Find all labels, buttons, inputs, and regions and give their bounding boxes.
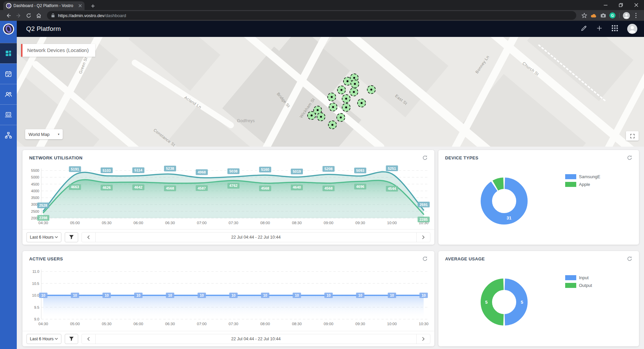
map-fullscreen-button[interactable]	[626, 131, 639, 141]
svg-text:4696: 4696	[356, 185, 364, 189]
filter-funnel-icon	[69, 337, 74, 341]
edit-pencil-icon[interactable]	[581, 25, 587, 33]
svg-text:4568: 4568	[261, 186, 269, 190]
window-close-button[interactable]	[629, 0, 644, 10]
svg-text:06:00: 06:00	[133, 322, 143, 326]
device-marker[interactable]	[351, 80, 359, 88]
user-avatar[interactable]	[627, 24, 637, 34]
time-range-select[interactable]: Last 6 Hours	[26, 334, 61, 344]
device-marker[interactable]	[327, 93, 336, 101]
sitemap-icon	[4, 132, 12, 139]
camera-extension-icon[interactable]	[598, 11, 608, 20]
device-marker[interactable]	[317, 112, 325, 121]
grammarly-extension-icon[interactable]: G	[608, 11, 617, 20]
filter-button[interactable]	[65, 334, 78, 344]
sidebar-item-dashboard[interactable]	[0, 43, 17, 63]
svg-text:2285: 2285	[420, 217, 428, 221]
bookmark-star-icon[interactable]	[580, 11, 589, 20]
svg-text:06:00: 06:00	[133, 221, 143, 225]
window-controls	[598, 0, 644, 10]
svg-text:4626: 4626	[103, 186, 111, 190]
refresh-button[interactable]	[422, 154, 428, 161]
prev-range-button[interactable]	[82, 233, 96, 242]
new-tab-button[interactable]	[89, 2, 97, 10]
next-range-button[interactable]	[416, 334, 430, 344]
svg-text:3500: 3500	[31, 196, 39, 200]
svg-text:05:30: 05:30	[102, 221, 112, 225]
apps-grid-icon[interactable]	[612, 25, 618, 33]
browser-tab[interactable]: Dashboard - Q2 Platform - Vostro	[3, 1, 85, 10]
map[interactable]: Green StAcland LnBridge StWickham StEast…	[17, 37, 644, 147]
map-block	[527, 37, 633, 101]
window-minimize-button[interactable]	[598, 0, 613, 10]
viewport: Dashboard - Q2 Platform - Vostro	[0, 0, 644, 349]
device-marker[interactable]	[350, 88, 358, 96]
device-marker[interactable]	[307, 111, 316, 120]
active-users-chart[interactable]: 9.09.510.010.511.004:3005:0005:3006:0006…	[26, 263, 431, 329]
back-button[interactable]	[3, 11, 13, 20]
svg-text:10: 10	[263, 293, 267, 297]
sidebar-item-tasks[interactable]	[0, 63, 17, 84]
device-types-donut[interactable]: 31	[438, 150, 639, 245]
window-restore-button[interactable]	[613, 0, 629, 10]
legend-swatch	[565, 275, 576, 280]
svg-text:08:00: 08:00	[260, 221, 270, 225]
legend-swatch	[565, 174, 576, 179]
forward-button[interactable]	[13, 11, 23, 20]
legend-item: Apple	[565, 182, 600, 187]
sidebar-item-devices[interactable]	[0, 104, 17, 125]
svg-text:5238: 5238	[166, 166, 174, 170]
svg-text:07:00: 07:00	[197, 221, 207, 225]
date-nav: 22 Jul 04:44 - 22 Jul 10:44	[82, 334, 430, 344]
browser-profile-avatar[interactable]	[623, 12, 630, 19]
svg-text:06:30: 06:30	[165, 322, 175, 326]
tab-close-icon[interactable]	[78, 3, 82, 9]
device-marker[interactable]	[357, 99, 366, 107]
svg-text:2591: 2591	[420, 203, 428, 207]
legend-label: Apple	[579, 182, 590, 187]
device-marker[interactable]	[342, 94, 351, 103]
device-marker[interactable]	[367, 85, 376, 94]
reload-button[interactable]	[23, 11, 34, 20]
chevron-left-icon	[87, 235, 90, 239]
network-utilisation-chart[interactable]: 2000250030003500400045005000550004:3005:…	[26, 162, 431, 228]
svg-text:4968: 4968	[198, 170, 206, 174]
svg-text:10: 10	[168, 293, 172, 297]
svg-text:5000: 5000	[31, 175, 39, 179]
filter-button[interactable]	[65, 232, 78, 242]
sidebar-item-network[interactable]	[0, 125, 17, 145]
svg-text:10: 10	[390, 293, 394, 297]
svg-text:07:30: 07:30	[229, 322, 238, 326]
device-marker[interactable]	[337, 86, 346, 94]
url-bar[interactable]: https://admin.vostro.dev/dashboard	[47, 11, 576, 20]
cloud-extension-icon[interactable]	[589, 11, 598, 20]
sidebar-item-users[interactable]	[0, 84, 17, 104]
device-marker[interactable]	[342, 103, 351, 112]
device-marker[interactable]	[328, 120, 337, 129]
svg-text:05:00: 05:00	[70, 322, 80, 326]
home-button[interactable]	[34, 11, 44, 20]
date-range-label: 22 Jul 04:44 - 22 Jul 10:44	[96, 337, 416, 341]
svg-text:04:30: 04:30	[39, 221, 48, 225]
next-range-button[interactable]	[416, 233, 430, 242]
dashboard-tiles-icon	[5, 50, 12, 57]
average-usage-donut[interactable]: 55	[438, 251, 639, 346]
browser-menu-icon[interactable]	[631, 11, 641, 20]
svg-text:10: 10	[358, 293, 362, 297]
svg-text:4568: 4568	[166, 186, 174, 190]
map-type-select[interactable]: World Map ▾	[25, 129, 63, 139]
svg-text:4544: 4544	[388, 187, 396, 191]
svg-text:10: 10	[231, 293, 235, 297]
add-plus-icon[interactable]	[596, 25, 602, 33]
device-marker[interactable]	[329, 103, 337, 111]
app-logo[interactable]	[0, 21, 17, 37]
device-marker[interactable]	[336, 113, 345, 122]
average-usage-legend: InputOutput	[565, 275, 592, 291]
svg-text:09:30: 09:30	[356, 221, 365, 225]
calendar-check-icon	[5, 70, 12, 78]
time-range-select[interactable]: Last 6 Hours	[26, 232, 61, 242]
prev-range-button[interactable]	[82, 334, 96, 344]
map-type-value: World Map	[29, 132, 50, 137]
refresh-button[interactable]	[422, 255, 428, 262]
svg-text:07:00: 07:00	[197, 322, 207, 326]
